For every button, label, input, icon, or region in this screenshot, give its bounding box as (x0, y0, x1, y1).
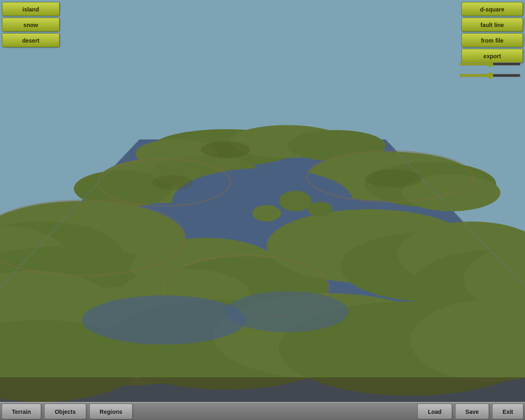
left-button-panel: islandsnowdesert (2, 2, 59, 47)
svg-point-43 (152, 175, 193, 190)
tab-regions[interactable]: Regions (89, 404, 132, 419)
action-save[interactable]: Save (455, 404, 489, 419)
slider-2[interactable] (459, 72, 521, 79)
svg-point-37 (252, 205, 281, 221)
terrain-viewport (0, 0, 525, 402)
right-btn-d-square[interactable]: d-square (461, 2, 523, 16)
tab-objects[interactable]: Objects (44, 404, 86, 419)
left-btn-snow[interactable]: snow (2, 18, 59, 32)
right-button-panel: d-squarefault linefrom fileexport (461, 2, 523, 63)
sliders-panel (459, 61, 521, 79)
right-btn-from-file[interactable]: from file (461, 33, 523, 47)
tab-terrain[interactable]: Terrain (2, 404, 41, 419)
svg-point-42 (201, 142, 250, 158)
svg-point-39 (82, 295, 246, 345)
svg-point-40 (226, 291, 349, 332)
right-btn-fault-line[interactable]: fault line (461, 18, 523, 32)
action-exit[interactable]: Exit (492, 404, 523, 419)
left-btn-desert[interactable]: desert (2, 33, 59, 47)
terrain-scene-svg (0, 0, 525, 402)
bottom-toolbar: TerrainObjectsRegionsLoadSaveExit (0, 402, 525, 420)
svg-marker-41 (0, 377, 525, 402)
svg-point-38 (308, 202, 332, 217)
svg-point-44 (365, 169, 422, 187)
left-btn-island[interactable]: island (2, 2, 59, 16)
action-load[interactable]: Load (418, 404, 452, 419)
slider-1[interactable] (459, 61, 521, 67)
svg-point-36 (279, 191, 312, 211)
